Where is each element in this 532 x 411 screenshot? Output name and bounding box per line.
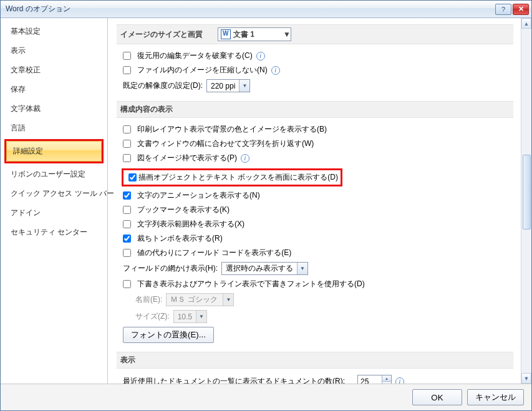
info-icon[interactable]: i: [271, 66, 280, 75]
titlebar: Word のオプション ? ✕: [1, 1, 531, 18]
highlighted-option: 描画オブジェクトとテキスト ボックスを画面に表示する(D): [122, 168, 342, 186]
show-crop-marks-checkbox[interactable]: [123, 235, 131, 243]
show-bookmarks-label: ブックマークを表示する(K): [137, 205, 230, 215]
font-size-label: サイズ(Z):: [135, 311, 170, 322]
chevron-down-icon: ▼: [223, 294, 233, 306]
content-panel: イメージのサイズと画質 文書 1 ▼ 復元用の編集データを破棄する(C) i フ…: [108, 18, 521, 384]
sidebar-item-basic[interactable]: 基本設定: [4, 22, 104, 41]
field-shading-select[interactable]: 選択時のみ表示する ▼: [221, 262, 308, 275]
scroll-up-icon[interactable]: ▲: [521, 18, 531, 29]
show-text-boundaries-label: 文字列表示範囲枠を表示する(X): [137, 219, 244, 230]
discard-edit-label: 復元用の編集データを破棄する(C): [137, 51, 253, 61]
info-icon[interactable]: i: [256, 52, 265, 60]
chevron-down-icon: ▼: [297, 263, 307, 274]
recent-docs-spinner[interactable]: ▲ ▼: [357, 375, 392, 384]
no-compress-label: ファイル内のイメージを圧縮しない(N): [137, 65, 268, 75]
draft-font-label: 下書き表示およびアウトライン表示で下書きフォントを使用する(D): [137, 279, 365, 289]
print-layout-bg-checkbox[interactable]: [123, 125, 131, 133]
chevron-down-icon: ▼: [283, 30, 291, 39]
sidebar-item-addins[interactable]: アドイン: [4, 203, 104, 223]
show-field-codes-checkbox[interactable]: [123, 249, 131, 257]
default-res-select[interactable]: 220 ppi ▼: [206, 79, 250, 92]
sidebar-highlight: 詳細設定: [4, 139, 104, 163]
close-button[interactable]: ✕: [513, 4, 529, 15]
info-icon[interactable]: i: [395, 377, 404, 384]
sidebar-item-save[interactable]: 保存: [4, 80, 104, 99]
discard-edit-checkbox[interactable]: [123, 52, 131, 60]
font-name-select: ＭＳ ゴシック ▼: [166, 293, 234, 306]
sidebar-item-ribbon[interactable]: リボンのユーザー設定: [4, 165, 104, 184]
show-crop-marks-label: 裁ちトンボを表示する(R): [137, 233, 223, 244]
scroll-thumb[interactable]: [523, 155, 531, 230]
show-image-frame-checkbox[interactable]: [123, 154, 131, 162]
recent-docs-value[interactable]: [358, 375, 382, 384]
sidebar-item-proofing[interactable]: 文章校正: [4, 60, 104, 80]
show-field-codes-label: 値の代わりにフィールド コードを表示する(E): [137, 248, 291, 258]
target-document-select[interactable]: 文書 1 ▼: [218, 27, 291, 41]
font-size-select: 10.5 ▼: [173, 310, 207, 323]
spinner-up-icon[interactable]: ▲: [382, 375, 391, 382]
scroll-down-icon[interactable]: ▼: [521, 373, 531, 384]
dialog-footer: OK キャンセル: [1, 384, 531, 410]
show-text-anim-label: 文字のアニメーションを表示する(N): [137, 190, 260, 201]
chevron-down-icon: ▼: [196, 311, 206, 322]
word-doc-icon: [221, 29, 231, 39]
default-res-label: 既定の解像度の設定(D):: [123, 80, 203, 91]
sidebar-item-advanced[interactable]: 詳細設定: [6, 141, 102, 162]
no-compress-checkbox[interactable]: [123, 66, 131, 74]
print-layout-bg-label: 印刷レイアウト表示で背景の色とイメージを表示する(B): [137, 124, 327, 135]
draft-font-checkbox[interactable]: [123, 280, 131, 288]
wrap-to-window-label: 文書ウィンドウの幅に合わせて文字列を折り返す(W): [137, 138, 314, 149]
sidebar-item-language[interactable]: 言語: [4, 118, 104, 138]
show-drawings-label: 描画オブジェクトとテキスト ボックスを画面に表示する(D): [138, 172, 338, 183]
ok-button[interactable]: OK: [412, 389, 462, 405]
sidebar-item-qat[interactable]: クイック アクセス ツール バー: [4, 184, 104, 203]
info-icon[interactable]: i: [241, 154, 249, 163]
wrap-to-window-checkbox[interactable]: [123, 140, 131, 148]
sidebar-item-typography[interactable]: 文字体裁: [4, 99, 104, 118]
show-text-anim-checkbox[interactable]: [123, 191, 131, 200]
show-text-boundaries-checkbox[interactable]: [123, 220, 131, 228]
section-header-image-quality: イメージのサイズと画質: [120, 29, 203, 40]
section-header-composition: 構成内容の表示: [117, 101, 513, 118]
chevron-down-icon: ▼: [239, 80, 249, 92]
section-header-display: 表示: [117, 352, 513, 369]
cancel-button[interactable]: キャンセル: [467, 389, 524, 405]
recent-docs-label: 最近使用したドキュメントの一覧に表示するドキュメントの数(R):: [123, 376, 345, 384]
font-substitution-button[interactable]: フォントの置換(E)...: [123, 327, 214, 343]
vertical-scrollbar[interactable]: ▲ ▼: [521, 18, 531, 384]
field-shading-label: フィールドの網かけ表示(H):: [123, 263, 218, 274]
window-title: Word のオプション: [6, 4, 495, 14]
sidebar: 基本設定 表示 文章校正 保存 文字体裁 言語 詳細設定 リボンのユーザー設定 …: [1, 18, 108, 384]
font-name-label: 名前(E):: [135, 294, 162, 305]
font-size-value: 10.5: [174, 312, 196, 321]
field-shading-value: 選択時のみ表示する: [222, 263, 297, 274]
font-name-value: ＭＳ ゴシック: [167, 294, 223, 305]
sidebar-item-security[interactable]: セキュリティ センター: [4, 223, 104, 242]
target-document-name: 文書 1: [233, 29, 283, 40]
default-res-value: 220 ppi: [207, 82, 239, 90]
show-drawings-checkbox[interactable]: [128, 173, 137, 181]
options-dialog: Word のオプション ? ✕ 基本設定 表示 文章校正 保存 文字体裁 言語 …: [0, 0, 532, 411]
sidebar-item-display[interactable]: 表示: [4, 41, 104, 60]
show-image-frame-label: 図をイメージ枠で表示する(P): [137, 153, 237, 163]
help-button[interactable]: ?: [495, 4, 511, 15]
show-bookmarks-checkbox[interactable]: [123, 206, 131, 214]
